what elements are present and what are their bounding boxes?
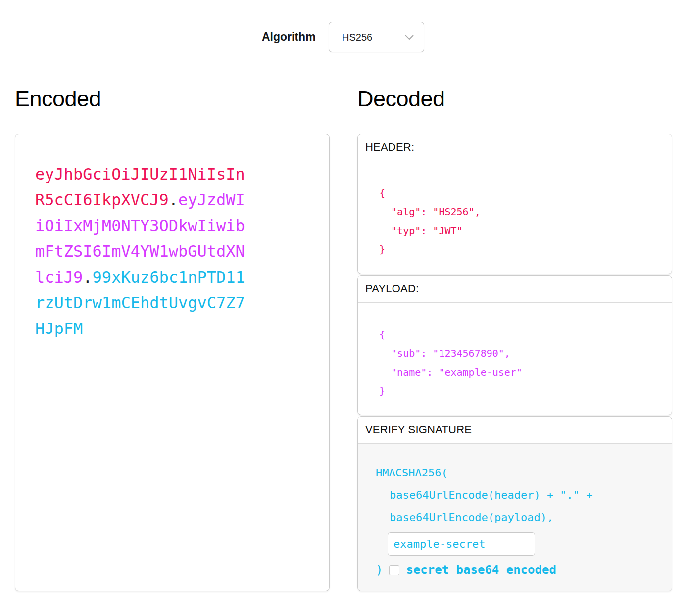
hmac-code-line-2: base64UrlEncode(header) + "." + — [390, 484, 672, 506]
token-separator: . — [83, 268, 92, 286]
encoded-token-panel: eyJhbGciOiJIUzI1NiIsInR5cCI6IkpXVCJ9.eyJ… — [15, 134, 330, 591]
chevron-down-icon — [405, 35, 414, 40]
decoded-payload-section: PAYLOAD: { "sub": "1234567890", "name": … — [357, 275, 672, 415]
verify-signature-section: VERIFY SIGNATURE HMACSHA256( base64UrlEn… — [357, 416, 672, 591]
algorithm-label: Algorithm — [262, 30, 316, 44]
encoded-title: Encoded — [15, 86, 101, 112]
decoded-header-section: HEADER: { "alg": "HS256", "typ": "JWT" } — [357, 134, 672, 274]
algorithm-select[interactable]: HS256 — [329, 22, 424, 52]
encoded-token-editor[interactable]: eyJhbGciOiJIUzI1NiIsInR5cCI6IkpXVCJ9.eyJ… — [35, 161, 249, 341]
jwt-debugger: Algorithm HS256 Encoded Decoded eyJhbGci… — [0, 0, 687, 616]
token-separator: . — [169, 190, 178, 209]
header-json-editor[interactable]: { "alg": "HS256", "typ": "JWT" } — [379, 184, 672, 259]
hmac-code-line-1: HMACSHA256( — [376, 462, 672, 484]
decoded-title: Decoded — [357, 86, 445, 112]
algorithm-selected-value: HS256 — [342, 32, 372, 43]
header-section-label: HEADER: — [358, 134, 672, 161]
secret-input[interactable] — [388, 532, 535, 556]
hmac-code-line-3: base64UrlEncode(payload), — [390, 506, 672, 528]
payload-section-label: PAYLOAD: — [358, 276, 672, 303]
verify-signature-label: VERIFY SIGNATURE — [358, 417, 672, 444]
hmac-close-paren: ) — [376, 564, 383, 576]
verify-signature-body: HMACSHA256( base64UrlEncode(header) + ".… — [358, 444, 672, 591]
payload-json-editor[interactable]: { "sub": "1234567890", "name": "example-… — [379, 325, 672, 400]
secret-base64-checkbox[interactable] — [389, 565, 399, 575]
secret-base64-checkbox-label[interactable]: secret base64 encoded — [406, 563, 556, 577]
